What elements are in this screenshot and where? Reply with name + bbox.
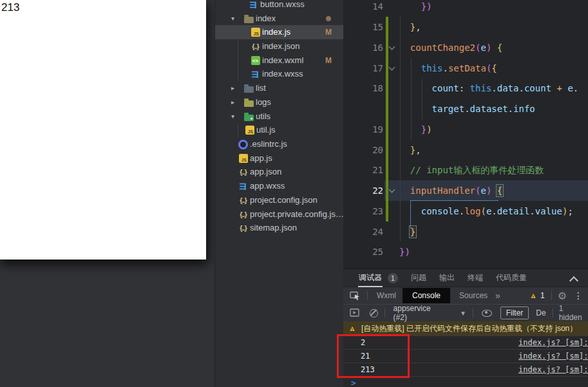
tab-problems[interactable]: 问题 (411, 272, 426, 283)
wxml-file-icon (251, 56, 260, 66)
live-expression-eye-icon[interactable] (482, 310, 492, 317)
settings-gear-icon[interactable] (558, 290, 567, 302)
log-source-link[interactable]: index.js? [sm]:23 (518, 338, 588, 347)
file-button-wxss[interactable]: button.wxss (215, 0, 344, 12)
tab-terminal[interactable]: 终端 (468, 272, 483, 283)
git-modified-badge: M (325, 28, 332, 37)
kebab-menu-icon[interactable] (574, 290, 583, 301)
json-file-icon (238, 210, 248, 220)
context-selector[interactable]: appservice (#2) (394, 304, 446, 322)
folder-icon (244, 98, 254, 108)
divider (473, 308, 473, 317)
folder-utils[interactable]: utils (215, 109, 344, 124)
file-index-wxss[interactable]: index.wxss (215, 67, 344, 81)
file-index-wxml[interactable]: index.wxml M (215, 53, 344, 68)
code-line-comment[interactable]: // input输入框的事件处理函数 (399, 160, 544, 180)
tab-debugger[interactable]: 调试器 (358, 269, 383, 287)
folder-index[interactable]: index (215, 12, 344, 26)
annotation-red-box (337, 334, 410, 378)
simulator-count-text: 213 (0, 0, 206, 14)
prompt-chevron-icon: > (351, 378, 356, 387)
file-app-json[interactable]: app.json (215, 165, 344, 179)
line-number: 24 (343, 222, 383, 242)
tab-sources[interactable]: Sources (459, 288, 488, 303)
line-number: 14 (343, 0, 383, 17)
line-number: 19 (343, 119, 383, 140)
collapse-panel-icon[interactable] (569, 276, 578, 285)
console-prompt-row[interactable]: > (343, 377, 588, 387)
warning-counter[interactable]: 1 (529, 291, 545, 300)
code-line-current[interactable]: inputHandler(e) { (399, 180, 502, 201)
divider (553, 308, 553, 317)
code-line[interactable]: }, (399, 17, 421, 37)
divider (551, 291, 552, 300)
line-number: 17 (343, 58, 383, 79)
wxss-file-icon (238, 182, 248, 191)
tab-code-quality[interactable]: 代码质量 (496, 272, 527, 283)
json-file-icon (238, 196, 248, 205)
code-line[interactable]: }) (399, 0, 432, 17)
simulator-screen[interactable]: 213 (0, 0, 206, 260)
file-index-json[interactable]: index.json (215, 39, 344, 53)
file-eslintrc[interactable]: .eslintrc.js (215, 137, 344, 151)
code-line[interactable]: } (399, 222, 415, 242)
filter-input[interactable]: Filter (500, 307, 529, 319)
line-number: 16 (343, 37, 383, 58)
json-file-icon (238, 167, 248, 177)
eslint-file-icon (238, 140, 248, 149)
js-file-icon (251, 28, 260, 37)
expand-arrow-icon[interactable] (231, 113, 234, 120)
tab-wxml[interactable]: Wxml (377, 288, 396, 303)
folder-logs[interactable]: logs (215, 95, 344, 109)
folder-icon (244, 112, 254, 122)
file-project-config[interactable]: project.config.json (215, 193, 344, 207)
expand-arrow-icon[interactable] (231, 84, 234, 91)
file-index-js[interactable]: index.js M (215, 25, 344, 39)
file-sitemap-json[interactable]: sitemap.json (215, 221, 344, 235)
code-line[interactable]: count: this.data.count + e. (399, 78, 578, 99)
log-source-link[interactable]: index.js? [sm]:23 (518, 365, 588, 374)
modified-dot (326, 16, 331, 21)
chevron-down-icon[interactable] (460, 310, 466, 317)
line-number: 20 (343, 140, 383, 160)
divider (367, 291, 368, 300)
code-line[interactable]: this.setData({ (399, 58, 497, 79)
debugger-tab-bar: 调试器 1 问题 输出 终端 代码质量 (343, 269, 588, 287)
code-editor[interactable]: 14 15 16 17 18 19 20 21 22 23 24 25 }) }… (343, 0, 588, 269)
code-line[interactable]: }) (399, 241, 410, 262)
warning-triangle-icon (348, 325, 356, 332)
file-project-private-config[interactable]: project.private.config.js… (215, 207, 344, 222)
code-line[interactable]: }, (399, 140, 421, 160)
fold-chevron-icon[interactable] (389, 44, 395, 50)
line-number: 21 (343, 160, 383, 180)
file-app-js[interactable]: app.js (215, 151, 344, 165)
js-file-icon (238, 154, 248, 164)
file-util-js[interactable]: util.js (215, 123, 344, 137)
code-line[interactable]: countChange2(e) { (399, 37, 502, 58)
js-file-icon (245, 126, 254, 135)
log-levels-dropdown[interactable]: De (536, 308, 545, 317)
clear-console-icon[interactable] (370, 309, 378, 317)
more-tabs-icon[interactable] (495, 290, 500, 301)
json-file-icon (238, 223, 248, 233)
modified-lines-gutter-bar (386, 17, 388, 222)
folder-list[interactable]: list (215, 81, 344, 95)
log-source-link[interactable]: index.js? [sm]:23 (518, 352, 588, 361)
inspect-element-icon[interactable] (350, 291, 361, 301)
console-sidebar-icon[interactable] (350, 308, 360, 317)
line-number: 15 (343, 17, 383, 37)
tab-output[interactable]: 输出 (439, 272, 455, 283)
line-number (343, 99, 383, 119)
expand-arrow-icon[interactable] (231, 99, 234, 106)
warning-message: [自动热重载] 已开启代码文件保存后自动热重载（不支持 json） (361, 323, 577, 334)
code-line[interactable]: }) (399, 119, 432, 140)
file-app-wxss[interactable]: app.wxss (215, 179, 344, 193)
fold-chevron-icon[interactable] (389, 64, 395, 71)
tab-console[interactable]: Console (403, 288, 450, 303)
divider (384, 308, 385, 317)
file-explorer: button.wxss index index.js M index.json … (214, 0, 343, 387)
code-line[interactable]: console.log(e.detail.value); (399, 201, 573, 222)
folder-icon (244, 14, 254, 24)
expand-arrow-icon[interactable] (231, 15, 234, 22)
code-line-wrap[interactable]: target.dataset.info (399, 99, 535, 119)
